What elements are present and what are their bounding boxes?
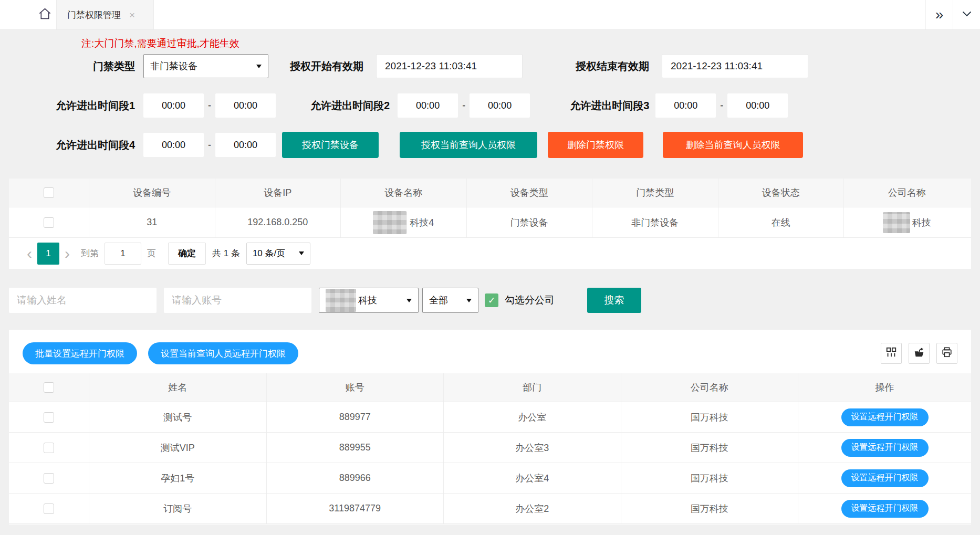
person-company-cell: 国万科技	[621, 463, 799, 493]
col-company-name: 公司名称	[844, 179, 970, 207]
device-no-cell: 31	[89, 207, 215, 237]
page-size-select[interactable]: 10 条/页	[246, 243, 310, 265]
branch-company-checkbox-label: 勾选分公司	[505, 293, 555, 307]
select-all-persons-checkbox[interactable]	[44, 382, 54, 393]
company-select-value: 科技	[326, 289, 377, 312]
col-person-company: 公司名称	[621, 373, 799, 402]
delete-current-persons-permission-button[interactable]: 删除当前查询人员权限	[663, 132, 803, 158]
dropdown-arrow-icon	[299, 251, 304, 255]
censored-blur-block	[373, 211, 406, 234]
auth-form-row-2: 允许进出时间段1 - 允许进出时间段2 - 允许进出时间段3 -	[0, 93, 980, 118]
person-name-cell: 测试VIP	[89, 433, 267, 463]
person-row: 订阅号 3119874779 办公室2 国万科技 设置远程开门权限	[9, 494, 971, 524]
time-range-4-from[interactable]	[143, 133, 204, 157]
door-type-select[interactable]: 非门禁设备	[143, 54, 268, 78]
time-range-3-from[interactable]	[655, 93, 716, 118]
person-row: 测试号 889977 办公室 国万科技 设置远程开门权限	[9, 402, 971, 433]
device-table-row: 31 192.168.0.250 科技4 门禁设备 非门禁设备 在线 科技	[9, 207, 971, 238]
home-tab[interactable]	[33, 0, 56, 29]
device-table-pagination: ‹ 1 › 到第 页 确定 共 1 条 10 条/页	[9, 238, 971, 269]
delete-door-permission-button[interactable]: 删除门禁权限	[548, 132, 643, 158]
col-person-actions: 操作	[798, 373, 971, 402]
columns-icon	[885, 347, 897, 360]
total-count-label: 共 1 条	[212, 247, 240, 259]
col-device-ip: 设备IP	[215, 179, 341, 207]
tabs-menu-button[interactable]	[953, 0, 980, 29]
person-dept-cell: 办公室3	[444, 433, 621, 463]
censored-blur-block	[326, 289, 356, 312]
print-button[interactable]	[936, 343, 957, 364]
dropdown-arrow-icon	[256, 65, 262, 68]
select-all-devices-checkbox[interactable]	[44, 187, 54, 198]
goto-page-prefix: 到第	[81, 247, 99, 259]
current-page-button[interactable]: 1	[37, 243, 59, 265]
auth-form-row-1: 门禁类型 非门禁设备 授权开始有效期 2021-12-23 11:03:41 授…	[0, 54, 980, 78]
time-range-2-from[interactable]	[398, 93, 458, 118]
tab-close-icon[interactable]: ×	[129, 10, 135, 20]
person-name-cell: 订阅号	[89, 494, 267, 523]
device-table-header: 设备编号 设备IP 设备名称 设备类型 门禁类型 设备状态 公司名称	[9, 179, 971, 207]
goto-page-input[interactable]	[105, 243, 141, 265]
time-range-4-to[interactable]	[215, 133, 276, 157]
company-select[interactable]: 科技	[319, 288, 419, 313]
time-range-1-to[interactable]	[215, 93, 276, 118]
col-device-status: 设备状态	[718, 179, 845, 207]
device-type-label: 门禁类型	[0, 59, 135, 74]
set-remote-open-button[interactable]: 设置远程开门权限	[841, 500, 929, 518]
end-time-input[interactable]: 2021-12-23 11:03:41	[662, 54, 808, 78]
time-range-3-to[interactable]	[727, 93, 788, 118]
person-company-cell: 国万科技	[621, 494, 799, 523]
person-dept-cell: 办公室4	[444, 463, 621, 493]
device-company-suffix: 科技	[912, 216, 931, 229]
person-search-bar: 科技 全部 ✓ 勾选分公司 搜索	[9, 288, 971, 313]
name-search-input[interactable]	[9, 288, 157, 313]
range-dash: -	[458, 100, 470, 111]
authorize-device-button[interactable]: 授权门禁设备	[282, 132, 379, 158]
person-row-checkbox[interactable]	[44, 473, 54, 484]
search-button[interactable]: 搜索	[587, 288, 641, 313]
time-range-2-to[interactable]	[470, 93, 530, 118]
door-type-value: 非门禁设备	[150, 60, 197, 72]
export-button[interactable]	[909, 343, 930, 364]
chevron-down-icon	[961, 7, 973, 22]
range-dash: -	[204, 140, 215, 151]
start-time-input[interactable]: 2021-12-23 11:03:41	[376, 54, 523, 78]
company-suffix: 科技	[358, 294, 377, 307]
double-chevron-right-icon: »	[935, 7, 944, 22]
person-name-cell: 测试号	[89, 402, 267, 432]
set-remote-open-button[interactable]: 设置远程开门权限	[841, 439, 929, 457]
person-account-cell: 889977	[267, 402, 444, 432]
scope-select[interactable]: 全部	[422, 288, 478, 313]
auth-form-row-3: 允许进出时间段4 - 授权门禁设备 授权当前查询人员权限 删除门禁权限 删除当前…	[0, 132, 980, 158]
time-range-1-label: 允许进出时间段1	[0, 99, 135, 113]
branch-company-checkbox[interactable]: ✓	[485, 293, 498, 307]
columns-toggle-button[interactable]	[881, 343, 902, 364]
tabs-scroll-button[interactable]: »	[925, 0, 953, 29]
person-row-checkbox[interactable]	[44, 503, 54, 514]
person-company-cell: 国万科技	[621, 433, 799, 463]
col-device-type: 设备类型	[467, 179, 593, 207]
device-row-checkbox[interactable]	[44, 217, 54, 228]
col-person-name: 姓名	[89, 373, 267, 402]
time-range-1-from[interactable]	[143, 93, 204, 118]
person-table: 姓名 账号 部门 公司名称 操作 测试号 889977 办公室 国万科技 设置远…	[9, 373, 971, 524]
batch-remote-open-button[interactable]: 批量设置远程开门权限	[23, 342, 137, 364]
tab-door-permission[interactable]: 门禁权限管理 ×	[56, 0, 154, 29]
account-search-input[interactable]	[164, 288, 311, 313]
person-row-checkbox[interactable]	[44, 412, 54, 423]
current-query-remote-open-button[interactable]: 设置当前查询人员远程开门权限	[148, 342, 298, 364]
device-name-suffix: 科技4	[410, 216, 434, 229]
next-page-icon[interactable]: ›	[59, 247, 75, 260]
set-remote-open-button[interactable]: 设置远程开门权限	[841, 408, 929, 426]
person-account-cell: 889966	[267, 463, 444, 493]
person-row-checkbox[interactable]	[44, 443, 54, 453]
time-range-4-label: 允许进出时间段4	[0, 138, 135, 152]
col-person-dept: 部门	[444, 373, 621, 402]
prev-page-icon[interactable]: ‹	[22, 247, 37, 260]
authorize-current-persons-button[interactable]: 授权当前查询人员权限	[400, 132, 537, 158]
censored-blur-block	[883, 212, 910, 233]
set-remote-open-button[interactable]: 设置远程开门权限	[841, 469, 929, 487]
checkmark-icon: ✓	[488, 295, 495, 306]
device-name-cell: 科技4	[341, 207, 467, 237]
confirm-page-button[interactable]: 确定	[168, 243, 206, 265]
